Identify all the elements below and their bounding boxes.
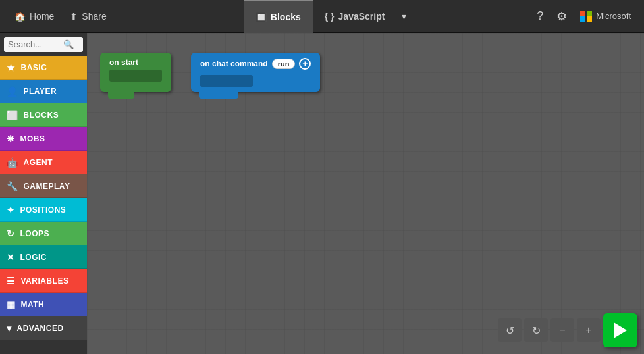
- positions-label: POSITIONS: [20, 205, 67, 215]
- sidebar-item-loops[interactable]: ↻LOOPS: [0, 222, 87, 245]
- workspace[interactable]: on start on chat command run + ↺ ↻ − +: [87, 33, 644, 354]
- gameplay-icon: 🔧: [7, 181, 18, 191]
- search-input[interactable]: [8, 39, 61, 49]
- blocks-tab-label: Blocks: [271, 12, 301, 22]
- share-icon: ⬆: [70, 11, 78, 22]
- ms-sq-green: [587, 11, 592, 16]
- on-chat-label: on chat command: [200, 59, 268, 68]
- search-box[interactable]: 🔍: [4, 37, 83, 52]
- block-container: on start on chat command run +: [100, 53, 320, 92]
- sidebar-item-logic[interactable]: ✕LOGIC: [0, 245, 87, 269]
- sidebar-item-math[interactable]: ▦MATH: [0, 293, 87, 316]
- agent-icon: 🤖: [7, 157, 18, 168]
- sidebar-item-advanced[interactable]: ▾ADVANCED: [0, 316, 87, 340]
- math-icon: ▦: [7, 299, 16, 310]
- basic-label: BASIC: [21, 63, 47, 72]
- home-button[interactable]: 🏠 Home: [8, 7, 61, 26]
- main-area: 🔍 ★BASIC👤PLAYER⬜BLOCKS❋MOBS🤖AGENT🔧GAMEPL…: [0, 33, 644, 354]
- on-chat-command-block[interactable]: on chat command run +: [191, 53, 320, 92]
- mobs-label: MOBS: [20, 134, 45, 143]
- gameplay-label: GAMEPLAY: [24, 182, 70, 191]
- share-button[interactable]: ⬆ Share: [63, 7, 113, 26]
- zoom-out-button[interactable]: −: [550, 318, 574, 342]
- home-icon: 🏠: [14, 11, 26, 22]
- loops-label: LOOPS: [20, 229, 50, 238]
- workspace-controls: ↺ ↻ − +: [498, 313, 637, 347]
- run-pill: run: [272, 59, 296, 69]
- microsoft-branding: Microsoft: [575, 8, 636, 25]
- sidebar: 🔍 ★BASIC👤PLAYER⬜BLOCKS❋MOBS🤖AGENT🔧GAMEPL…: [0, 33, 87, 354]
- run-button[interactable]: [603, 313, 637, 347]
- variables-icon: ☰: [7, 276, 16, 286]
- sidebar-item-blocks[interactable]: ⬜BLOCKS: [0, 103, 87, 127]
- blocks-icon: ⬜: [7, 110, 18, 120]
- logic-label: LOGIC: [20, 253, 47, 262]
- topbar: 🏠 Home ⬆ Share 🔲 Blocks { } JavaScript ▾…: [0, 0, 644, 33]
- basic-icon: ★: [7, 63, 16, 73]
- sidebar-item-gameplay[interactable]: 🔧GAMEPLAY: [0, 174, 87, 198]
- blocks-tab-icon: 🔲: [255, 12, 267, 22]
- block-notch: [109, 70, 162, 82]
- on-start-block[interactable]: on start: [100, 53, 171, 92]
- js-tab-icon: { }: [325, 11, 335, 22]
- js-tab-label: JavaScript: [338, 11, 385, 22]
- chat-block-header: on chat command run +: [200, 58, 311, 70]
- microsoft-label: Microsoft: [596, 11, 631, 21]
- advanced-label: ADVANCED: [17, 324, 64, 333]
- search-icon: 🔍: [63, 39, 74, 49]
- settings-button[interactable]: ⚙: [551, 5, 572, 28]
- loops-icon: ↻: [7, 228, 15, 239]
- share-label: Share: [82, 11, 106, 22]
- zoom-in-button[interactable]: +: [577, 318, 601, 342]
- math-label: MATH: [21, 300, 45, 309]
- advanced-icon: ▾: [7, 323, 12, 334]
- chat-block-notch: [200, 75, 253, 87]
- logic-icon: ✕: [7, 252, 15, 263]
- tab-javascript[interactable]: { } JavaScript: [313, 0, 397, 33]
- undo-button[interactable]: ↺: [498, 318, 522, 342]
- on-start-label: on start: [109, 58, 138, 67]
- topbar-left: 🏠 Home ⬆ Share: [0, 7, 132, 26]
- sidebar-item-positions[interactable]: ✦POSITIONS: [0, 198, 87, 222]
- microsoft-icon: [580, 11, 592, 22]
- sidebar-item-mobs[interactable]: ❋MOBS: [0, 127, 87, 151]
- sidebar-item-agent[interactable]: 🤖AGENT: [0, 151, 87, 174]
- add-block-button[interactable]: +: [299, 58, 311, 70]
- ms-sq-blue: [580, 16, 585, 22]
- tab-blocks[interactable]: 🔲 Blocks: [244, 0, 313, 33]
- mobs-icon: ❋: [7, 134, 15, 144]
- sidebar-item-player[interactable]: 👤PLAYER: [0, 80, 87, 103]
- ms-sq-red: [580, 11, 585, 16]
- ms-sq-yellow: [587, 16, 592, 22]
- sidebar-item-basic[interactable]: ★BASIC: [0, 56, 87, 80]
- topbar-right: ? ⚙ Microsoft: [523, 5, 644, 28]
- tab-dropdown-button[interactable]: ▾: [396, 0, 412, 33]
- redo-button[interactable]: ↻: [524, 318, 548, 342]
- positions-icon: ✦: [7, 205, 15, 215]
- run-triangle-icon: [614, 322, 627, 338]
- help-button[interactable]: ?: [531, 5, 549, 27]
- agent-label: AGENT: [24, 158, 53, 167]
- blocks-label: BLOCKS: [24, 111, 59, 120]
- sidebar-items: ★BASIC👤PLAYER⬜BLOCKS❋MOBS🤖AGENT🔧GAMEPLAY…: [0, 56, 87, 340]
- topbar-tabs: 🔲 Blocks { } JavaScript ▾: [132, 0, 523, 33]
- player-icon: 👤: [7, 86, 18, 97]
- player-label: PLAYER: [24, 87, 57, 96]
- variables-label: VARIABLES: [21, 276, 69, 286]
- home-label: Home: [30, 11, 54, 22]
- sidebar-item-variables[interactable]: ☰VARIABLES: [0, 269, 87, 293]
